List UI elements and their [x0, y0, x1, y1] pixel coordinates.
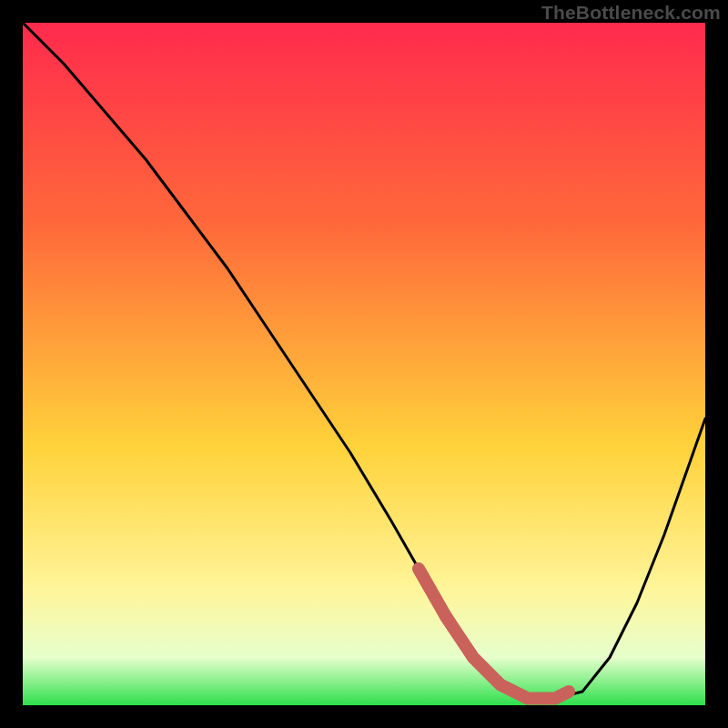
watermark-text: TheBottleneck.com: [541, 2, 721, 24]
chart-page: TheBottleneck.com: [0, 0, 728, 728]
plot-area: [23, 23, 705, 705]
gradient-background: [23, 23, 705, 705]
chart-svg: [23, 23, 705, 705]
